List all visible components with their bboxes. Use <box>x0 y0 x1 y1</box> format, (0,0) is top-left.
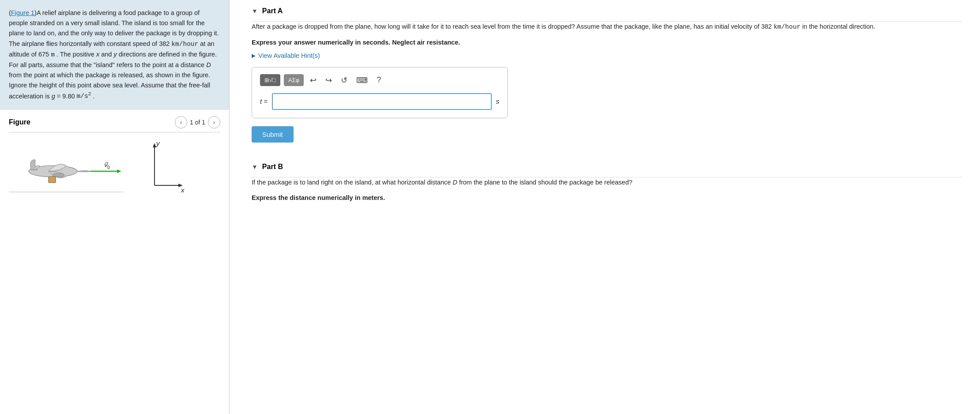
part-b-header[interactable]: ▼ Part B <box>252 156 962 175</box>
part-a-toolbar: ⊞√□ ΑΣφ ↩ ↪ ↺ ⌨ ? <box>260 74 499 87</box>
part-a-section: ▼ Part A After a package is dropped from… <box>252 0 962 143</box>
svg-text:x: x <box>181 186 185 194</box>
part-a-equation-row: t = s <box>260 93 499 110</box>
svg-text:0: 0 <box>107 165 110 170</box>
right-panel: ▼ Part A After a package is dropped from… <box>230 0 980 414</box>
figure-nav-label: 1 of 1 <box>190 119 205 126</box>
part-a-content: After a package is dropped from the plan… <box>252 22 962 143</box>
part-a-title: Part A <box>262 7 283 15</box>
part-a-hint-label: View Available Hint(s) <box>258 52 320 59</box>
svg-marker-5 <box>117 169 121 173</box>
part-a-equation-label: t = <box>260 98 268 105</box>
airplane-illustration: v⃗ 0 <box>9 141 124 200</box>
toolbar-undo-btn[interactable]: ↩ <box>307 74 319 87</box>
figure-section: Figure ‹ 1 of 1 › <box>0 110 229 414</box>
toolbar-keyboard-btn[interactable]: ⌨ <box>354 74 370 87</box>
figure-link[interactable]: Figure 1 <box>11 9 34 16</box>
part-b-content: If the package is to land right on the i… <box>252 177 962 201</box>
part-a-submit-button[interactable]: Submit <box>252 126 294 143</box>
part-a-header[interactable]: ▼ Part A <box>252 0 962 19</box>
part-b-description: If the package is to land right on the i… <box>252 177 962 188</box>
part-a-collapse-arrow: ▼ <box>252 8 258 15</box>
toolbar-redo-btn[interactable]: ↪ <box>323 74 335 87</box>
toolbar-help-btn[interactable]: ? <box>374 74 384 87</box>
toolbar-symbol-btn[interactable]: ΑΣφ <box>284 74 304 86</box>
part-a-description: After a package is dropped from the plan… <box>252 22 962 33</box>
part-b-collapse-arrow: ▼ <box>252 163 258 170</box>
toolbar-matrix-btn[interactable]: ⊞√□ <box>260 74 280 86</box>
part-b-section: ▼ Part B If the package is to land right… <box>252 156 962 201</box>
figure-prev-button[interactable]: ‹ <box>175 116 187 128</box>
part-a-answer-input[interactable] <box>272 93 491 110</box>
part-a-instruction: Express your answer numerically in secon… <box>252 39 962 46</box>
part-a-unit: s <box>496 98 500 105</box>
coordinate-axes: y x <box>141 141 185 196</box>
part-a-hint-arrow: ▶ <box>252 53 256 59</box>
part-a-hint-link[interactable]: ▶ View Available Hint(s) <box>252 52 962 59</box>
figure-nav: ‹ 1 of 1 › <box>175 116 220 128</box>
part-a-answer-box: ⊞√□ ΑΣφ ↩ ↪ ↺ ⌨ ? t = s <box>252 67 508 118</box>
part-b-instruction: Express the distance numerically in mete… <box>252 194 962 201</box>
svg-text:y: y <box>156 141 160 147</box>
toolbar-refresh-btn[interactable]: ↺ <box>338 74 350 87</box>
part-b-title: Part B <box>262 163 283 171</box>
figure-title: Figure <box>9 118 30 126</box>
svg-marker-9 <box>153 143 156 147</box>
figure-header: Figure ‹ 1 of 1 › <box>9 116 220 132</box>
problem-paragraph: (Figure 1)A relief airplane is deliverin… <box>9 8 220 102</box>
figure-next-button[interactable]: › <box>208 116 220 128</box>
figure-image-area: v⃗ 0 y x <box>9 132 220 414</box>
left-panel: (Figure 1)A relief airplane is deliverin… <box>0 0 230 414</box>
problem-text-box: (Figure 1)A relief airplane is deliverin… <box>0 0 229 110</box>
svg-rect-3 <box>49 177 56 183</box>
